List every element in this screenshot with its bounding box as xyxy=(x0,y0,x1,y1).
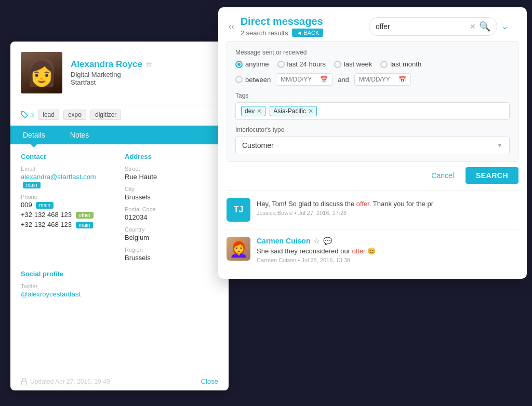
date-from-field[interactable] xyxy=(281,76,317,83)
phone-label: Phone xyxy=(21,194,114,200)
phone1-value: 009 main xyxy=(21,201,114,209)
radio-group-time: anytime last 24 hours last week last mon… xyxy=(235,60,510,68)
radio-between[interactable]: between xyxy=(235,76,271,84)
radio-last24[interactable]: last 24 hours xyxy=(277,60,326,68)
calendar-to-icon[interactable]: 📅 xyxy=(398,76,406,83)
email-label: Email xyxy=(21,166,114,172)
tags-row: 3 lead expo digitizer xyxy=(10,104,229,126)
msg-content-1: Hey, Tom! So glad to discuss the offer. … xyxy=(257,198,518,216)
date-to-field[interactable] xyxy=(359,76,395,83)
tag-icon xyxy=(21,111,28,118)
msg-text-1: Hey, Tom! So glad to discuss the offer. … xyxy=(257,200,518,208)
address-section-title: Address xyxy=(125,153,218,160)
tag-chip-asia: Asia-Pacific ✕ xyxy=(270,106,317,116)
message-list: TJ Hey, Tom! So glad to discuss the offe… xyxy=(218,190,527,279)
msg-highlight-1: offer xyxy=(356,200,369,208)
message-item-1[interactable]: TJ Hey, Tom! So glad to discuss the offe… xyxy=(227,190,518,229)
tab-details[interactable]: Details xyxy=(10,126,58,144)
interlocutor-label: Interlocutor's type xyxy=(235,126,510,133)
carmen-chat-icon: 💬 xyxy=(323,237,332,245)
message-item-2[interactable]: Carmen Cuison ☆ 💬 She said they reconsid… xyxy=(227,229,518,270)
calendar-from-icon[interactable]: 📅 xyxy=(320,76,328,83)
svg-rect-0 xyxy=(21,381,26,385)
msg-meta-2: Carmen Cuison • Jul 28, 2016, 13:38 xyxy=(257,257,518,263)
radio-lastweek[interactable]: last week xyxy=(334,60,372,68)
dm-panel: ‹‹ Direct messages 2 search results ◄ BA… xyxy=(218,7,527,279)
carmen-star-icon: ☆ xyxy=(313,237,320,245)
radio-dot-between xyxy=(235,76,243,83)
remove-dev-tag[interactable]: ✕ xyxy=(257,107,262,115)
email-value: alexandra@startfast.com main xyxy=(21,173,114,188)
contact-section: Contact Email alexandra@startfast.com ma… xyxy=(21,153,114,262)
cancel-button[interactable]: Cancel xyxy=(425,168,460,183)
dm-search-input[interactable] xyxy=(376,22,467,31)
tags-input-box[interactable]: dev ✕ Asia-Pacific ✕ xyxy=(235,102,510,120)
dm-title-area: Direct messages 2 search results ◄ BACK xyxy=(241,16,363,37)
lock-icon xyxy=(21,378,27,385)
dropdown-icon[interactable]: ⌄ xyxy=(501,21,508,31)
phone2-value: +32 132 468 123 other xyxy=(21,211,114,219)
contact-info: Alexandra Royce ☆ Digital Marketing Star… xyxy=(71,59,218,86)
radio-dot-lastmonth xyxy=(380,61,388,68)
street-value: Rue Haute xyxy=(125,173,218,181)
date-from-input[interactable]: 📅 xyxy=(276,73,332,86)
msg-highlight-2: offer xyxy=(352,247,366,255)
contact-company: Startfast xyxy=(71,78,218,86)
date-range-row: between 📅 and 📅 xyxy=(235,73,510,86)
social-section: Social profile Twitter @alexroycestartfa… xyxy=(10,270,229,304)
postal-label: Postal Code xyxy=(125,206,218,212)
dm-search-row: ✕ 🔍 ⌄ xyxy=(369,17,516,36)
select-arrow-icon: ▼ xyxy=(497,142,503,149)
city-label: City xyxy=(125,186,218,192)
dm-title: Direct messages xyxy=(241,16,363,28)
country-value: Belgium xyxy=(125,234,218,241)
tag-chip-dev: dev ✕ xyxy=(241,106,265,116)
tags-filter: Tags dev ✕ Asia-Pacific ✕ xyxy=(235,92,510,120)
star-icon[interactable]: ☆ xyxy=(145,60,152,69)
email-badge: main xyxy=(23,182,41,188)
tag-lead: lead xyxy=(38,110,59,120)
address-section: Address Street Rue Haute City Brussels P… xyxy=(125,153,218,262)
region-label: Region xyxy=(125,247,218,253)
contact-title: Digital Marketing xyxy=(71,71,218,78)
radio-anytime[interactable]: anytime xyxy=(235,60,269,68)
clear-search-icon[interactable]: ✕ xyxy=(470,22,476,31)
date-to-input[interactable]: 📅 xyxy=(354,73,411,86)
dm-subtitle: 2 search results ◄ BACK xyxy=(241,29,363,37)
twitter-label: Twitter xyxy=(21,283,218,289)
country-label: Country xyxy=(125,226,218,233)
interlocutor-select[interactable]: Customer ▼ xyxy=(235,137,510,154)
dm-back-tag[interactable]: ◄ BACK xyxy=(292,29,323,37)
street-label: Street xyxy=(125,166,218,172)
dm-filter: Message sent or received anytime last 24… xyxy=(227,41,518,162)
remove-asia-tag[interactable]: ✕ xyxy=(308,107,313,115)
contact-name: Alexandra Royce ☆ xyxy=(71,59,218,70)
tag-expo: expo xyxy=(63,110,86,120)
phone3-badge: main xyxy=(76,222,94,228)
search-button[interactable]: SEARCH xyxy=(466,167,518,184)
interlocutor-value: Customer xyxy=(242,141,274,150)
dm-results: 2 search results xyxy=(241,29,288,37)
phone2-badge: other xyxy=(76,212,94,219)
city-value: Brussels xyxy=(125,193,218,201)
tags-count: 3 xyxy=(21,111,34,119)
back-arrow-button[interactable]: ‹‹ xyxy=(229,22,234,31)
radio-lastmonth[interactable]: last month xyxy=(380,60,421,68)
contact-card: Alexandra Royce ☆ Digital Marketing Star… xyxy=(10,42,229,390)
radio-dot-last24 xyxy=(277,61,285,68)
close-button[interactable]: Close xyxy=(201,377,218,385)
msg-content-2: Carmen Cuison ☆ 💬 She said they reconsid… xyxy=(257,237,518,263)
and-label: and xyxy=(338,76,349,84)
search-icon[interactable]: 🔍 xyxy=(479,21,490,32)
social-title: Social profile xyxy=(21,270,218,278)
dm-header: ‹‹ Direct messages 2 search results ◄ BA… xyxy=(218,7,527,41)
dm-actions: Cancel SEARCH xyxy=(218,167,527,190)
tab-notes[interactable]: Notes xyxy=(58,126,102,144)
twitter-value[interactable]: @alexroycestartfast xyxy=(21,290,218,298)
msg-avatar-tj: TJ xyxy=(227,198,250,222)
region-value: Brussels xyxy=(125,254,218,262)
dm-search-box: ✕ 🔍 xyxy=(369,17,497,36)
avatar xyxy=(21,52,62,93)
postal-value: 012034 xyxy=(125,213,218,221)
radio-dot-anytime xyxy=(235,61,243,68)
